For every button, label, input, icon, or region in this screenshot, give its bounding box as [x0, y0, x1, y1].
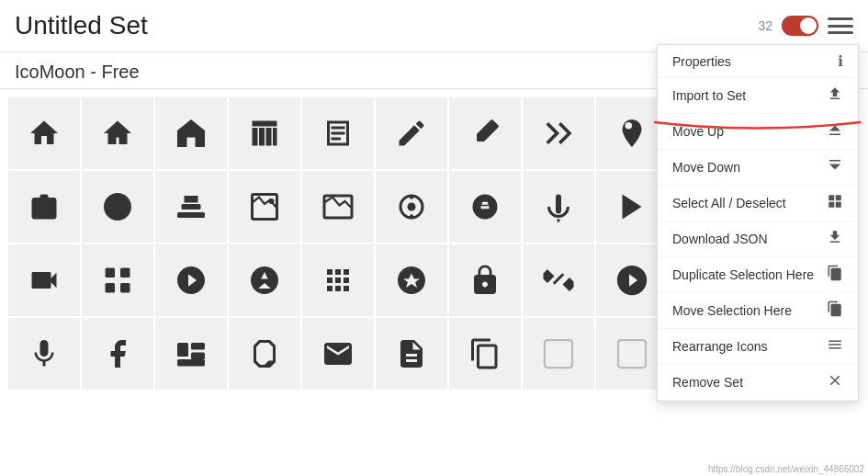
svg-point-7: [410, 195, 414, 199]
hamburger-line-1: [828, 17, 853, 20]
set-title: Untitled Set: [15, 11, 148, 40]
icon-cell[interactable]: [301, 96, 375, 170]
icon-cell[interactable]: [228, 244, 301, 317]
dropdown-item-move-down[interactable]: Move Down: [658, 150, 858, 186]
icon-cell[interactable]: [522, 170, 595, 244]
svg-rect-24: [177, 359, 205, 367]
svg-rect-25: [545, 340, 572, 368]
remove-icon: [827, 372, 843, 392]
download-icon: [827, 229, 843, 249]
icon-cell[interactable]: [448, 317, 522, 391]
svg-point-3: [269, 198, 275, 204]
icon-count: 32: [758, 18, 772, 33]
rearrange-icon: [827, 336, 843, 357]
dropdown-item-remove-set[interactable]: Remove Set: [658, 365, 858, 401]
icon-cell[interactable]: [448, 96, 522, 170]
icon-cell[interactable]: [7, 170, 81, 244]
dropdown-item-download-json[interactable]: Download JSON: [658, 221, 858, 257]
icon-cell[interactable]: [448, 244, 522, 317]
dropdown-item-select-all[interactable]: Select All / Deselect: [658, 186, 858, 221]
dropdown-item-move-selection[interactable]: Move Selection Here: [658, 293, 858, 329]
properties-label: Properties: [672, 54, 731, 69]
icon-cell[interactable]: [228, 96, 301, 170]
duplicate-icon: [827, 265, 843, 285]
icon-cell[interactable]: [7, 96, 81, 170]
move-selection-label: Move Selection Here: [672, 303, 792, 318]
svg-rect-21: [177, 343, 188, 357]
svg-rect-1: [182, 204, 201, 210]
hamburger-line-3: [828, 31, 853, 34]
remove-set-label: Remove Set: [672, 375, 743, 390]
header-controls: 32: [758, 16, 853, 36]
icon-cell[interactable]: [301, 317, 375, 391]
svg-rect-26: [618, 340, 646, 368]
select-all-label: Select All / Deselect: [672, 196, 786, 210]
icon-cell[interactable]: [81, 96, 154, 170]
watermark: https://blog.csdn.net/weixin_44866002: [705, 462, 868, 476]
icon-cell[interactable]: [448, 170, 522, 244]
icon-cell[interactable]: [154, 170, 228, 244]
icon-cell[interactable]: [301, 244, 375, 317]
svg-rect-16: [120, 283, 130, 293]
icon-cell[interactable]: [522, 317, 595, 391]
toggle-switch[interactable]: [782, 16, 818, 36]
svg-rect-14: [120, 268, 130, 278]
icon-cell[interactable]: [375, 96, 448, 170]
move-selection-icon: [827, 300, 843, 321]
select-all-icon: [827, 193, 843, 213]
icon-cell[interactable]: [154, 96, 228, 170]
svg-rect-22: [191, 343, 205, 350]
move-up-icon: [827, 121, 843, 142]
dropdown-menu: Properties ℹ Import to Set Move Up Move …: [657, 44, 859, 402]
svg-rect-15: [106, 283, 116, 293]
icon-cell[interactable]: [154, 317, 228, 391]
hamburger-line-2: [828, 25, 853, 28]
icon-cell[interactable]: [522, 96, 595, 170]
svg-rect-13: [106, 268, 116, 278]
icon-cell[interactable]: [7, 317, 81, 391]
icon-cell[interactable]: [7, 244, 81, 317]
icon-cell[interactable]: [81, 244, 154, 317]
icon-cell[interactable]: [228, 317, 301, 391]
svg-point-6: [408, 203, 416, 211]
move-down-label: Move Down: [672, 160, 740, 175]
dropdown-item-properties[interactable]: Properties ℹ: [658, 45, 858, 78]
icon-cell[interactable]: [301, 170, 375, 244]
hamburger-button[interactable]: [828, 16, 853, 36]
svg-rect-23: [191, 353, 205, 360]
dropdown-item-move-up[interactable]: Move Up: [658, 114, 858, 150]
svg-point-8: [410, 214, 414, 219]
rearrange-icons-label: Rearrange Icons: [672, 339, 768, 354]
section-title: IcoMoon - Free: [15, 62, 140, 82]
icon-cell[interactable]: [81, 317, 154, 391]
icon-cell[interactable]: [375, 317, 448, 391]
move-up-label: Move Up: [672, 124, 724, 139]
toggle-knob: [800, 17, 817, 34]
svg-rect-0: [177, 212, 205, 218]
dropdown-item-rearrange-icons[interactable]: Rearrange Icons: [658, 329, 858, 365]
icon-cell[interactable]: [375, 170, 448, 244]
duplicate-selection-label: Duplicate Selection Here: [672, 267, 814, 282]
info-icon: ℹ: [838, 52, 843, 70]
import-label: Import to Set: [672, 88, 746, 103]
icon-cell[interactable]: [154, 244, 228, 317]
icon-cell[interactable]: [375, 244, 448, 317]
svg-marker-11: [623, 195, 642, 220]
move-down-icon: [827, 157, 843, 177]
svg-point-9: [477, 200, 482, 206]
dropdown-item-import[interactable]: Import to Set: [658, 78, 858, 114]
download-json-label: Download JSON: [672, 232, 768, 246]
icon-cell[interactable]: [522, 244, 595, 317]
svg-point-10: [488, 200, 493, 206]
icon-cell[interactable]: [81, 170, 154, 244]
upload-icon: [827, 85, 843, 106]
svg-rect-2: [253, 195, 277, 220]
dropdown-item-duplicate-selection[interactable]: Duplicate Selection Here: [658, 257, 858, 293]
icon-cell[interactable]: [228, 170, 301, 244]
